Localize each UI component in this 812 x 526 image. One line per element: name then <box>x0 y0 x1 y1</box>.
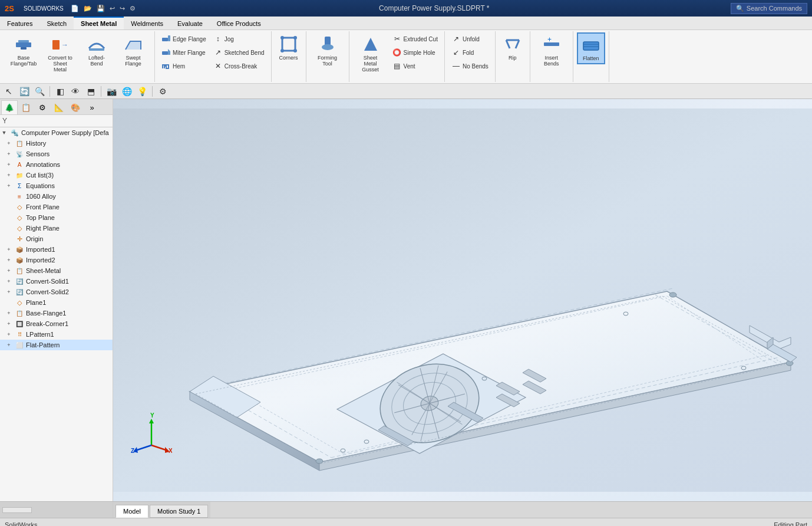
tree-item-flat-pattern[interactable]: + ⬜ Flat-Pattern <box>0 340 113 350</box>
new-btn[interactable]: 📄 <box>68 4 81 14</box>
sheet-metal-tree-icon: 📋 <box>15 266 24 275</box>
tree-item-break-corner1[interactable]: + 🔲 Break-Corner1 <box>0 318 113 329</box>
tab-office-products[interactable]: Office Products <box>210 17 268 29</box>
3d-view-icon[interactable]: 🌐 <box>120 85 133 98</box>
select-icon[interactable]: ↖ <box>2 85 15 98</box>
flanges-col2: ↕ Jog ↗ Sketched Bend ✕ Cross-Break <box>210 32 268 73</box>
settings-icon[interactable]: ⚙ <box>156 85 169 98</box>
tree-item-equations[interactable]: + Σ Equations <box>0 180 113 191</box>
base-flange1-expand: + <box>5 310 13 316</box>
h-scrollbar[interactable] <box>2 507 32 513</box>
tree-item-front-plane[interactable]: ◇ Front Plane <box>0 202 113 212</box>
tab-motion-study[interactable]: Motion Study 1 <box>150 505 208 518</box>
no-bends-button[interactable]: — No Bends <box>448 60 491 73</box>
insert-bends-button[interactable]: + Insert Bends <box>534 32 569 69</box>
search-commands-box[interactable]: 🔍 Search Commands <box>731 3 807 14</box>
tree-item-lpattern1[interactable]: + ⠿ LPattern1 <box>0 329 113 340</box>
tree-item-plane1[interactable]: ◇ Plane1 <box>0 297 113 308</box>
forming-tool-button[interactable]: Forming Tool <box>310 32 345 69</box>
extruded-cut-button[interactable]: ✂ Extruded Cut <box>390 32 441 45</box>
flat-pattern-label: Flat-Pattern <box>26 341 60 349</box>
display-style-icon[interactable]: ◧ <box>54 85 67 98</box>
zoom-icon[interactable]: 🔍 <box>33 85 46 98</box>
panel-tab-config[interactable]: ⚙ <box>34 100 51 114</box>
rotate-icon[interactable]: 🔄 <box>18 85 31 98</box>
vent-button[interactable]: ▤ Vent <box>390 60 441 73</box>
open-btn[interactable]: 📂 <box>81 4 94 14</box>
svg-rect-2 <box>18 40 29 42</box>
miter-flange-button[interactable]: Miter Flange <box>159 46 209 59</box>
hem-button[interactable]: Hem <box>159 60 209 73</box>
jog-button[interactable]: ↕ Jog <box>210 32 268 45</box>
lofted-bend-button[interactable]: Lofted-Bend <box>79 32 114 69</box>
tree-item-imported2[interactable]: + 📦 Imported2 <box>0 255 113 265</box>
cross-break-button[interactable]: ✕ Cross-Break <box>210 60 268 73</box>
panel-tab-dxf[interactable]: 📐 <box>51 100 67 114</box>
tree-item-sensors[interactable]: + 📡 Sensors <box>0 149 113 159</box>
tree-item-alloy[interactable]: ≡ 1060 Alloy <box>0 191 113 202</box>
hem-icon <box>161 61 171 71</box>
svg-rect-8 <box>168 35 170 41</box>
tree-item-imported1[interactable]: + 📦 Imported1 <box>0 244 113 255</box>
unfold-button[interactable]: ↗ Unfold <box>448 32 491 45</box>
tab-features[interactable]: Features <box>0 17 39 29</box>
group-base: Base Flange/Tab → Convert to Sheet Metal… <box>2 31 155 82</box>
tree-item-convert-solid1[interactable]: + 🔄 Convert-Solid1 <box>0 276 113 287</box>
tree-item-base-flange1[interactable]: + 📋 Base-Flange1 <box>0 308 113 318</box>
tree-item-origin[interactable]: ✛ Origin <box>0 234 113 244</box>
viewport[interactable]: Y X Z <box>113 99 812 501</box>
tree-item-right-plane[interactable]: ◇ Right Plane <box>0 223 113 234</box>
tab-evaluate[interactable]: Evaluate <box>170 17 210 29</box>
simple-hole-button[interactable]: ⭕ Simple Hole <box>390 46 441 59</box>
edge-flange-button[interactable]: Edge Flange <box>159 32 209 45</box>
imported2-expand: + <box>5 257 13 263</box>
rip-button[interactable]: Rip <box>499 32 526 63</box>
save-btn[interactable]: 💾 <box>94 4 107 14</box>
annotations-icon: A <box>15 160 24 169</box>
tab-weldments[interactable]: Weldments <box>124 17 170 29</box>
section-view-icon[interactable]: ⬒ <box>84 85 97 98</box>
base-flange-tab-button[interactable]: Base Flange/Tab <box>6 32 41 69</box>
convert-sheet-metal-button[interactable]: → Convert to Sheet Metal <box>42 32 78 75</box>
sketched-bend-button[interactable]: ↗ Sketched Bend <box>210 46 268 59</box>
break-corner1-label: Break-Corner1 <box>26 320 68 327</box>
sensors-expand: + <box>5 151 13 157</box>
cross-break-label: Cross-Break <box>225 63 258 70</box>
hide-show-icon[interactable]: 👁 <box>69 85 82 98</box>
swept-flange-button[interactable]: Swept Flange <box>115 32 151 69</box>
tree-item-convert-solid2[interactable]: + 🔄 Convert-Solid2 <box>0 287 113 297</box>
panel-more[interactable]: » <box>84 100 100 114</box>
tab-sheet-metal[interactable]: Sheet Metal <box>74 17 124 29</box>
sep2 <box>101 86 101 97</box>
search-label: Search Commands <box>747 5 802 12</box>
panel-tab-feature-tree[interactable]: 🌲 <box>1 100 18 114</box>
group-flatten-items: Flatten <box>577 32 605 81</box>
tree-item-annotations[interactable]: + A Annotations <box>0 159 113 170</box>
undo-btn[interactable]: ↩ <box>107 4 117 14</box>
feature-tree: ▼ 🔩 Computer Power Supply [Defa + 📋 Hist… <box>0 127 113 501</box>
view-orient-icon[interactable]: 📷 <box>105 85 118 98</box>
tree-root[interactable]: ▼ 🔩 Computer Power Supply [Defa <box>0 127 113 138</box>
panel-tab-property[interactable]: 📋 <box>18 100 34 114</box>
tree-item-top-plane[interactable]: ◇ Top Plane <box>0 212 113 223</box>
tab-model[interactable]: Model <box>115 505 148 518</box>
base-flange1-label: Base-Flange1 <box>26 310 67 317</box>
lighting-icon[interactable]: 💡 <box>136 85 148 98</box>
tab-sketch[interactable]: Sketch <box>39 17 74 29</box>
tree-item-history[interactable]: + 📋 History <box>0 138 113 149</box>
options-btn[interactable]: ⚙ <box>127 4 138 14</box>
corners-button[interactable]: Corners <box>275 32 302 63</box>
fold-button[interactable]: ↙ Fold <box>448 46 491 59</box>
left-scroll <box>0 502 113 518</box>
sketched-bend-label: Sketched Bend <box>225 50 265 56</box>
redo-btn[interactable]: ↪ <box>117 4 127 14</box>
rip-label: Rip <box>509 55 517 61</box>
forming-tool-label: Forming Tool <box>314 55 341 67</box>
tree-item-sheet-metal[interactable]: + 📋 Sheet-Metal <box>0 265 113 276</box>
history-label: History <box>26 140 46 147</box>
flatten-button[interactable]: Flatten <box>577 32 605 64</box>
sheet-metal-gusset-button[interactable]: Sheet Metal Gusset <box>353 32 388 75</box>
panel-tab-display[interactable]: 🎨 <box>67 100 84 114</box>
tree-item-cut-list[interactable]: + 📁 Cut list(3) <box>0 170 113 180</box>
group-base-items: Base Flange/Tab → Convert to Sheet Metal… <box>6 32 151 81</box>
